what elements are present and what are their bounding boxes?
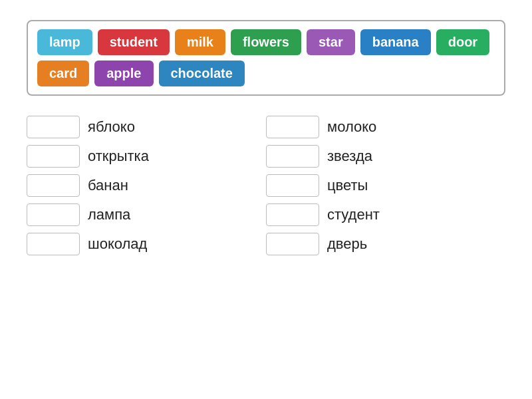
word-bank: lampstudentmilkflowersstarbananadoorcard… bbox=[27, 20, 505, 96]
right-column: молокозвездацветыстудентдверь bbox=[266, 116, 505, 255]
match-row-left-5: шоколад bbox=[27, 233, 266, 255]
match-label-left-4: лампа bbox=[88, 206, 130, 223]
word-tile-student[interactable]: student bbox=[98, 29, 170, 55]
match-row-left-1: яблоко bbox=[27, 116, 266, 138]
word-tile-apple[interactable]: apple bbox=[94, 61, 153, 86]
match-label-right-4: студент bbox=[327, 206, 380, 223]
answer-box-left-2[interactable] bbox=[27, 145, 80, 168]
word-tile-door[interactable]: door bbox=[436, 29, 489, 55]
answer-box-right-4[interactable] bbox=[266, 203, 319, 226]
match-row-right-4: студент bbox=[266, 203, 505, 226]
word-tile-star[interactable]: star bbox=[307, 29, 355, 55]
answer-box-right-2[interactable] bbox=[266, 145, 319, 168]
answer-box-left-1[interactable] bbox=[27, 116, 80, 138]
match-label-left-3: банан bbox=[88, 177, 128, 194]
word-tile-lamp[interactable]: lamp bbox=[37, 29, 92, 55]
word-tile-milk[interactable]: milk bbox=[175, 29, 225, 55]
word-tile-banana[interactable]: banana bbox=[360, 29, 431, 55]
match-row-right-2: звезда bbox=[266, 145, 505, 168]
answer-box-right-5[interactable] bbox=[266, 233, 319, 255]
match-label-right-3: цветы bbox=[327, 177, 368, 194]
word-tile-chocolate[interactable]: chocolate bbox=[159, 61, 245, 86]
match-label-left-2: открытка bbox=[88, 148, 149, 165]
match-label-left-1: яблоко bbox=[88, 118, 135, 136]
match-label-right-2: звезда bbox=[327, 148, 372, 165]
answer-box-left-5[interactable] bbox=[27, 233, 80, 255]
left-column: яблокооткрыткабананлампашоколад bbox=[27, 116, 266, 255]
match-row-left-4: лампа bbox=[27, 203, 266, 226]
match-label-left-5: шоколад bbox=[88, 235, 147, 253]
match-row-right-1: молоко bbox=[266, 116, 505, 138]
word-tile-flowers[interactable]: flowers bbox=[231, 29, 301, 55]
word-tile-card[interactable]: card bbox=[37, 61, 89, 86]
match-label-right-1: молоко bbox=[327, 118, 376, 136]
match-row-left-3: банан bbox=[27, 174, 266, 197]
match-row-right-3: цветы bbox=[266, 174, 505, 197]
answer-box-right-1[interactable] bbox=[266, 116, 319, 138]
answer-box-left-3[interactable] bbox=[27, 174, 80, 197]
match-label-right-5: дверь bbox=[327, 235, 367, 253]
match-row-left-2: открытка bbox=[27, 145, 266, 168]
answer-box-left-4[interactable] bbox=[27, 203, 80, 226]
match-section: яблокооткрыткабананлампашоколад молокозв… bbox=[27, 116, 505, 255]
answer-box-right-3[interactable] bbox=[266, 174, 319, 197]
match-row-right-5: дверь bbox=[266, 233, 505, 255]
